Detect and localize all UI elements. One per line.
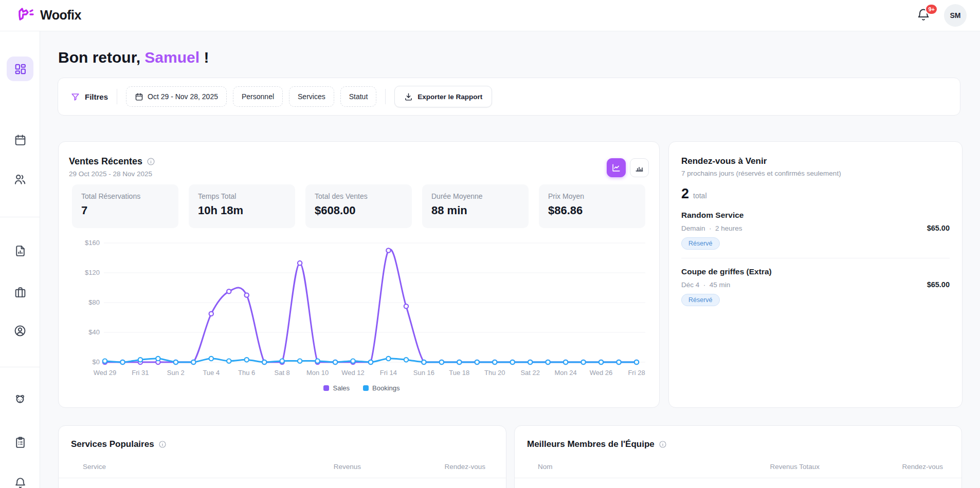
- stat-label: Temps Total: [198, 192, 286, 200]
- svg-text:Fri 14: Fri 14: [380, 369, 397, 377]
- svg-text:Wed 12: Wed 12: [341, 369, 365, 377]
- appointments-total-value: 2: [681, 186, 689, 202]
- avatar[interactable]: SM: [944, 4, 967, 27]
- column-total-revenue: Revenus Totaux: [753, 463, 820, 471]
- recent-sales-title-text: Ventes Récentes: [69, 156, 142, 167]
- column-name: Nom: [538, 463, 753, 471]
- stat-label: Total Réservations: [81, 192, 169, 200]
- filters-label: Filtres: [70, 92, 108, 102]
- info-icon[interactable]: [659, 440, 667, 448]
- stat-average-price: Prix Moyen $86.86: [539, 184, 645, 228]
- stat-average-duration: Durée Moyenne 88 min: [422, 184, 529, 228]
- popular-services-title: Services Populaires: [59, 439, 506, 449]
- svg-text:Thu 20: Thu 20: [484, 369, 505, 377]
- legend-sales-label: Sales: [333, 384, 350, 392]
- divider: [515, 478, 961, 478]
- sidebar-item-account[interactable]: [7, 318, 33, 343]
- calendar-icon: [135, 92, 143, 101]
- export-report-label: Exporter le Rapport: [418, 93, 482, 101]
- status-filter[interactable]: Statut: [340, 86, 377, 107]
- legend-bookings-label: Bookings: [372, 384, 400, 392]
- sidebar-item-notifications[interactable]: [7, 471, 33, 488]
- svg-text:$160: $160: [85, 239, 100, 247]
- svg-text:$80: $80: [88, 298, 100, 306]
- svg-text:$0: $0: [93, 358, 100, 366]
- appointment-meta: Déc 4 · 45 min: [681, 281, 730, 289]
- recent-sales-title: Ventes Récentes: [69, 156, 155, 167]
- popular-services-title-text: Services Populaires: [71, 439, 154, 449]
- users-icon: [13, 173, 27, 186]
- top-team-card: Meilleurs Membres de l'Équipe Nom Revenu…: [514, 425, 962, 488]
- svg-text:$40: $40: [88, 328, 100, 336]
- stat-total-sales: Total des Ventes $608.00: [305, 184, 412, 228]
- info-icon[interactable]: [158, 440, 167, 448]
- sales-line-chart[interactable]: $0$40$80$120$160Wed 29Fri 31Sun 2Tue 4Th…: [72, 235, 651, 382]
- bar-chart-toggle-button[interactable]: [630, 158, 649, 177]
- appointments-title: Rendez-vous à Venir: [681, 156, 950, 166]
- legend-sales: Sales: [323, 384, 350, 392]
- popular-services-header-row: Service Revenus Rendez-vous: [59, 463, 506, 471]
- sidebar-item-clients[interactable]: [7, 167, 33, 192]
- file-chart-icon: [14, 245, 27, 257]
- line-chart-toggle-button[interactable]: [607, 158, 626, 177]
- topbar: Woofix 9+ SM: [0, 0, 980, 31]
- appointment-meta: Demain · 2 heures: [681, 224, 742, 232]
- sidebar-item-bookings[interactable]: [7, 430, 33, 455]
- staff-filter[interactable]: Personnel: [233, 86, 283, 107]
- svg-text:Thu 6: Thu 6: [238, 369, 255, 377]
- sales-stats-row: Total Réservations 7 Temps Total 10h 18m…: [72, 184, 645, 228]
- briefcase-icon: [14, 286, 27, 298]
- export-report-button[interactable]: Exporter le Rapport: [394, 86, 492, 107]
- status-badge: Réservé: [681, 237, 720, 250]
- column-appointments: Rendez-vous: [361, 463, 485, 471]
- dog-icon: [13, 393, 27, 406]
- column-appointments: Rendez-vous: [820, 463, 943, 471]
- topbar-notifications-button[interactable]: 9+: [916, 8, 933, 24]
- stat-value: 88 min: [431, 204, 519, 217]
- legend-bookings: Bookings: [363, 384, 400, 392]
- svg-text:Wed 26: Wed 26: [590, 369, 613, 377]
- info-icon[interactable]: [147, 157, 155, 166]
- services-filter[interactable]: Services: [289, 86, 334, 107]
- date-range-filter[interactable]: Oct 29 - Nov 28, 2025: [126, 86, 227, 107]
- appointment-price: $65.00: [927, 280, 950, 289]
- filters-text: Filtres: [85, 92, 108, 101]
- sidebar-item-pets[interactable]: [7, 387, 33, 412]
- brand[interactable]: Woofix: [15, 5, 81, 25]
- status-badge: Réservé: [681, 294, 720, 306]
- clipboard-list-icon: [14, 436, 27, 449]
- appointment-name: Random Service: [681, 211, 950, 220]
- sidebar-item-dashboard[interactable]: [7, 57, 33, 81]
- user-circle-icon: [13, 324, 27, 337]
- appointments-subtitle: 7 prochains jours (réservés et confirmés…: [681, 170, 950, 177]
- column-service: Service: [83, 463, 299, 471]
- svg-text:Tue 4: Tue 4: [203, 369, 220, 377]
- sidebar-item-calendar[interactable]: [7, 127, 33, 152]
- svg-text:Mon 24: Mon 24: [554, 369, 576, 377]
- sidebar-divider: [0, 217, 40, 217]
- divider: [59, 478, 506, 478]
- svg-text:Sat 8: Sat 8: [274, 369, 289, 377]
- stat-total-time: Temps Total 10h 18m: [189, 184, 295, 228]
- stat-label: Total des Ventes: [315, 192, 403, 200]
- sidebar-item-reports[interactable]: [7, 238, 33, 263]
- calendar-icon: [14, 134, 27, 146]
- dashboard-page: Woofix 9+ SM: [0, 0, 980, 488]
- greeting-suffix: !: [199, 49, 209, 66]
- appointments-total: 2 total: [681, 186, 950, 202]
- svg-text:Fri 31: Fri 31: [132, 369, 149, 377]
- sidebar-item-services[interactable]: [7, 279, 33, 304]
- greeting-user-name: Samuel: [144, 49, 199, 66]
- appointments-total-label: total: [693, 192, 706, 200]
- line-chart-icon: [611, 163, 621, 173]
- sales-swatch: [323, 385, 329, 391]
- svg-text:Sun 16: Sun 16: [413, 369, 434, 377]
- appointment-item[interactable]: Coupe de griffes (Extra) Déc 4 · 45 min …: [681, 258, 950, 314]
- greeting-prefix: Bon retour,: [58, 49, 144, 66]
- stat-total-reservations: Total Réservations 7: [72, 184, 178, 228]
- bookings-swatch: [363, 385, 369, 391]
- divider: [117, 89, 117, 104]
- sidebar-divider: [0, 367, 40, 367]
- appointment-item[interactable]: Random Service Demain · 2 heures $65.00 …: [681, 202, 950, 258]
- download-icon: [404, 92, 413, 101]
